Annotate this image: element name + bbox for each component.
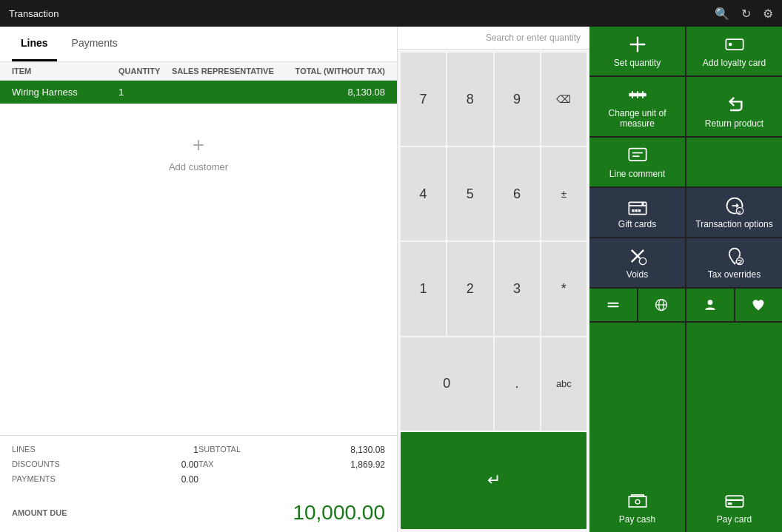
numpad-grid: 7 8 9 ⌫ 4 5 6 ± 1 2 3 * 0 . abc ↵: [398, 50, 589, 532]
globe-icon: [654, 297, 669, 312]
svg-rect-1: [636, 37, 638, 53]
subtotal-stat: SUBTOTAL 8,130.08: [198, 443, 385, 457]
num-abc[interactable]: abc: [541, 337, 586, 431]
pay-card-button[interactable]: Pay card: [686, 323, 782, 532]
void-icon-wrapper: [627, 246, 648, 266]
globe-button[interactable]: [638, 289, 686, 321]
transaction-options-label: Transaction options: [695, 219, 772, 229]
lines-stat: LINES 1: [12, 443, 198, 457]
svg-rect-26: [607, 303, 618, 304]
icon-row: [589, 289, 782, 321]
pay-cash-label: Pay cash: [619, 514, 655, 525]
num-enter[interactable]: ↵: [401, 432, 586, 529]
action-panel: Set quantity Add loyalty card Change uni…: [589, 27, 782, 532]
add-loyalty-label: Add loyalty card: [703, 58, 766, 68]
void-icon: [627, 246, 648, 266]
card-icon: [724, 491, 745, 511]
add-customer-label: Add customer: [169, 161, 228, 172]
svg-point-3: [728, 43, 732, 47]
tax-icon-wrapper: [724, 246, 745, 266]
giftcard-icon: ■■■: [627, 195, 648, 216]
table-row[interactable]: Wiring Harness 1 8,130.08: [0, 81, 397, 104]
pay-cash-button[interactable]: Pay cash: [589, 323, 685, 532]
num-3[interactable]: 3: [495, 242, 540, 335]
num-2[interactable]: 2: [447, 242, 492, 335]
num-8[interactable]: 8: [447, 53, 492, 146]
cell-quantity: 1: [118, 87, 172, 98]
discounts-label: DISCOUNTS: [12, 459, 60, 470]
gift-cards-label: Gift cards: [618, 219, 656, 229]
tabs: Lines Payments: [0, 27, 397, 62]
num-plusminus[interactable]: ±: [541, 147, 586, 240]
equals-button[interactable]: [589, 289, 637, 321]
tax-stat: TAX 1,869.92: [198, 458, 385, 471]
search-icon[interactable]: 🔍: [715, 7, 729, 21]
line-comment-button[interactable]: Line comment: [589, 138, 685, 186]
num-5[interactable]: 5: [447, 147, 492, 240]
heart-button[interactable]: [735, 289, 783, 321]
num-4[interactable]: 4: [401, 147, 446, 240]
discounts-stat: DISCOUNTS 0.00: [12, 458, 198, 471]
lines-value: 1: [193, 445, 198, 455]
subtotal-value: 8,130.08: [350, 445, 385, 455]
gift-cards-button[interactable]: ■■■ Gift cards: [589, 188, 685, 237]
num-backspace[interactable]: ⌫: [541, 53, 586, 146]
num-0[interactable]: 0: [401, 337, 493, 431]
return-product-button[interactable]: Return product: [686, 77, 782, 136]
payments-label: PAYMENTS: [12, 474, 56, 485]
num-1[interactable]: 1: [401, 242, 446, 335]
equals-icon: [606, 297, 621, 312]
num-7[interactable]: 7: [401, 53, 446, 146]
svg-rect-2: [726, 39, 743, 50]
return-icon: [724, 95, 745, 115]
measure-icon: [627, 84, 648, 105]
tax-overrides-label: Tax overrides: [708, 269, 761, 280]
app-title: Transaction: [9, 8, 59, 19]
search-bar: Search or enter quantity: [398, 27, 589, 50]
svg-text:■■■: ■■■: [631, 208, 641, 213]
tab-lines[interactable]: Lines: [12, 27, 57, 61]
transaction-icon: ⊕: [724, 195, 745, 216]
tab-payments[interactable]: Payments: [63, 27, 127, 61]
num-6[interactable]: 6: [495, 147, 540, 240]
col-sales-rep: SALES REPRESENTATIVE: [172, 67, 278, 75]
svg-rect-27: [607, 306, 618, 307]
comment-icon: [627, 145, 648, 166]
amount-due-label: AMOUNT DUE: [12, 508, 67, 517]
col-quantity: QUANTITY: [118, 67, 172, 75]
change-unit-label: Change unit of measure: [595, 108, 679, 129]
transaction-options-button[interactable]: ⊕ Transaction options: [686, 188, 782, 237]
table-header: ITEM QUANTITY SALES REPRESENTATIVE TOTAL…: [0, 62, 397, 81]
titlebar-icons: 🔍 ↻ ⚙: [715, 7, 773, 21]
action-row-5: Voids Tax overrides: [589, 238, 782, 287]
person-button[interactable]: [686, 289, 734, 321]
voids-button[interactable]: Voids: [589, 238, 685, 287]
add-loyalty-card-button[interactable]: Add loyalty card: [686, 27, 782, 75]
svg-text:⊕: ⊕: [738, 210, 741, 215]
table-area: Wiring Harness 1 8,130.08 + Add customer: [0, 81, 397, 435]
amount-due-value: 10,000.00: [293, 501, 385, 525]
num-dot[interactable]: .: [495, 337, 540, 431]
payments-value: 0.00: [181, 474, 198, 485]
titlebar: Transaction 🔍 ↻ ⚙: [0, 0, 782, 27]
num-asterisk[interactable]: *: [541, 242, 586, 335]
svg-rect-33: [726, 496, 743, 507]
num-9[interactable]: 9: [495, 53, 540, 146]
left-panel: Lines Payments ITEM QUANTITY SALES REPRE…: [0, 27, 397, 532]
settings-icon[interactable]: ⚙: [763, 7, 773, 21]
change-unit-button[interactable]: Change unit of measure: [589, 77, 685, 136]
main-container: Lines Payments ITEM QUANTITY SALES REPRE…: [0, 27, 782, 532]
tax-overrides-button[interactable]: Tax overrides: [686, 238, 782, 287]
tax-icon: [724, 246, 745, 266]
refresh-icon[interactable]: ↻: [741, 7, 751, 21]
set-quantity-button[interactable]: Set quantity: [589, 27, 685, 75]
cell-sales-rep: [172, 87, 278, 98]
add-customer-button[interactable]: + Add customer: [0, 104, 397, 202]
svg-point-13: [641, 203, 644, 206]
tax-label: TAX: [198, 459, 214, 470]
svg-point-31: [707, 300, 712, 305]
loyalty-icon: [724, 34, 745, 55]
action-row-1: Set quantity Add loyalty card: [589, 27, 782, 75]
add-customer-icon: +: [193, 133, 204, 157]
cash-icon: [627, 491, 648, 511]
